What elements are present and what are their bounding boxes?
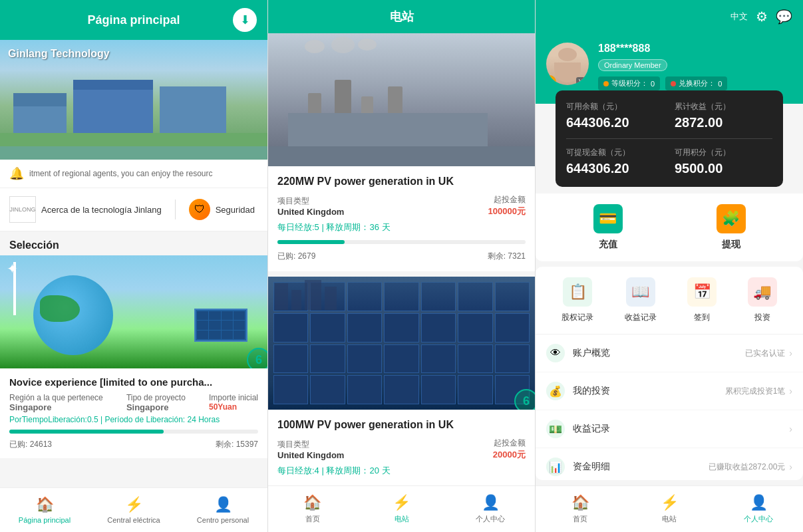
level-points-label: 等级积分：	[611, 78, 648, 88]
product-image: ✦ 6	[0, 255, 267, 368]
earnings-records[interactable]: 📖 收益记录	[625, 277, 657, 323]
investment[interactable]: 🚚 投资	[748, 277, 777, 323]
footer-personal[interactable]: 👤 Centro personal	[178, 493, 267, 527]
withdrawable-balance: 可提现金额（元） 644306.20	[566, 147, 664, 176]
fund-details-item[interactable]: 📊 资金明细 已赚取收益2872.00元 ›	[536, 448, 803, 480]
exchange-points-badge: 兑换积分： 0	[665, 76, 727, 90]
station-title-1: 220MW PV power generation in UK	[277, 176, 526, 188]
checkin[interactable]: 📅 签到	[687, 277, 717, 323]
recharge-icon: 💳	[593, 204, 623, 233]
footer-personal-label: Centro personal	[197, 516, 249, 524]
footer-2-station-label: 电站	[395, 514, 409, 524]
company-link[interactable]: JINLONG Acerca de la tecnología Jinlang	[9, 196, 162, 223]
level-dot	[603, 81, 609, 86]
station-stats-1: 已购: 2679 剩余: 7321	[277, 251, 526, 262]
panel-2-header: 电站	[268, 0, 535, 33]
footer-3-home[interactable]: 🏠 首页	[536, 491, 625, 527]
account-overview-item[interactable]: 👁 账户概览 已实名认证 ›	[536, 334, 803, 372]
panel-1-footer: 🏠 Página principal ⚡ Central eléctrica 👤…	[0, 487, 267, 532]
station-remaining-1: 剩余: 7321	[488, 251, 526, 262]
product-release: PorTiempoLiberación:0.5 | Período de Lib…	[9, 415, 258, 424]
links-row: JINLONG Acerca de la tecnología Jinlang …	[0, 188, 267, 231]
footer-3-personal-label: 个人中心	[744, 514, 773, 524]
settings-icon[interactable]: ⚙	[756, 9, 768, 25]
recharge-label: 充值	[599, 239, 617, 251]
available-points: 可用积分（元） 9500.00	[675, 147, 772, 176]
checkin-label: 签到	[694, 312, 710, 323]
points-balance-label: 可用积分（元）	[675, 147, 772, 158]
security-link-label: Seguridad	[216, 205, 255, 215]
earnings-label: 收益记录	[625, 312, 657, 323]
panel-2-footer: 🏠 首页 ⚡ 电站 👤 个人中心	[268, 485, 535, 532]
security-icon: 🛡	[189, 199, 210, 220]
earnings-icon: 📖	[626, 277, 655, 307]
station-image-2: 6	[268, 277, 535, 410]
power-icon: ⚡	[125, 496, 143, 513]
personal-icon: 👤	[214, 496, 232, 513]
footer-2-personal[interactable]: 👤 个人中心	[446, 491, 535, 527]
user-phone: 188****888	[598, 43, 792, 55]
my-investment-item[interactable]: 💰 我的投资 累积完成投资1笔 ›	[536, 372, 803, 410]
footer-3-station-label: 电站	[662, 514, 677, 524]
balance-divider	[566, 138, 772, 139]
account-overview-icon: 👁	[546, 344, 565, 362]
level-points-badge: 等级积分： 0	[598, 76, 660, 90]
footer-2-station[interactable]: ⚡ 电站	[357, 491, 446, 527]
member-badge: Ordinary Member	[598, 59, 667, 71]
download-icon: ⬇	[240, 13, 250, 27]
bell-icon: 🔔	[9, 166, 24, 181]
equity-label: 股权记录	[562, 312, 593, 323]
region-label: Región a la que pertenece	[9, 393, 103, 402]
equity-icon: 📋	[563, 277, 592, 307]
menu-section: 📋 股权记录 📖 收益记录 📅 签到 🚚 投资 👁 账户概览 已实名认证 ›	[536, 267, 803, 480]
station-release-1: 每日经放:5 | 释放周期：36 天	[277, 221, 526, 233]
footer-power[interactable]: ⚡ Central eléctrica	[89, 493, 178, 527]
earnings-record-item[interactable]: 💵 收益记录 ›	[536, 410, 803, 448]
available-value: 644306.20	[566, 115, 664, 130]
footer-3-station[interactable]: ⚡ 电站	[625, 491, 714, 527]
panel-1-content: Ginlang Technology 🔔 itment of regional …	[0, 40, 267, 487]
withdraw-action[interactable]: 🧩 提现	[717, 204, 746, 251]
language-selector[interactable]: 中文	[730, 11, 748, 23]
footer-home[interactable]: 🏠 Página principal	[0, 493, 89, 527]
amount-label-1: 起投金额	[488, 194, 526, 205]
footer-2-home[interactable]: 🏠 首页	[268, 491, 357, 527]
station-icon-3: ⚡	[661, 494, 679, 511]
company-banner: Ginlang Technology	[0, 40, 267, 160]
download-button[interactable]: ⬇	[233, 8, 257, 32]
footer-power-label: Central eléctrica	[107, 516, 160, 524]
recharge-action[interactable]: 💳 充值	[593, 204, 623, 251]
home-icon-3: 🏠	[571, 494, 589, 511]
investment-icon: 🚚	[748, 277, 777, 307]
type-label-1: 项目类型	[277, 196, 344, 207]
amount-value-2: 20000元	[493, 449, 526, 461]
earnings-record-label: 收益记录	[573, 423, 785, 435]
amount-value-1: 100000元	[488, 205, 526, 217]
profile-top: V0 ★ 188****888 Ordinary Member 等级积分： 0 …	[546, 43, 792, 90]
account-overview-value: 已实名认证	[745, 348, 785, 359]
footer-3-personal[interactable]: 👤 个人中心	[714, 491, 803, 527]
type-label: Tipo de proyecto	[126, 393, 186, 402]
available-label: 可用余额（元）	[566, 101, 664, 112]
my-investment-label: 我的投资	[573, 385, 725, 397]
balance-card-wrapper: 可用余额（元） 644306.20 累计收益（元） 2872.00 可提现金额（…	[536, 97, 803, 194]
panel-3-footer: 🏠 首页 ⚡ 电站 👤 个人中心	[536, 485, 803, 532]
footer-3-home-label: 首页	[573, 514, 587, 524]
personal-icon-2: 👤	[482, 494, 500, 511]
message-icon[interactable]: 💬	[776, 9, 792, 25]
my-investment-icon: 💰	[546, 382, 565, 400]
notification-text: itment of regional agents, you can enjoy…	[29, 169, 258, 178]
station-progress-fill-1	[277, 240, 345, 244]
balance-card: 可用余额（元） 644306.20 累计收益（元） 2872.00 可提现金额（…	[556, 90, 783, 187]
product-progress-bar	[9, 430, 258, 434]
remaining-count: 剩余: 15397	[216, 439, 258, 450]
footer-2-home-label: 首页	[305, 514, 320, 524]
footer-2-personal-label: 个人中心	[476, 514, 505, 524]
security-link[interactable]: 🛡 Seguridad	[189, 199, 255, 220]
fund-details-value: 已赚取收益2872.00元	[709, 462, 785, 473]
fund-details-arrow: ›	[789, 462, 792, 472]
panel-2-title: 电站	[390, 9, 414, 25]
equity-records[interactable]: 📋 股权记录	[562, 277, 593, 323]
fund-details-icon: 📊	[546, 458, 565, 476]
station-purchased-1: 已购: 2679	[277, 251, 315, 262]
